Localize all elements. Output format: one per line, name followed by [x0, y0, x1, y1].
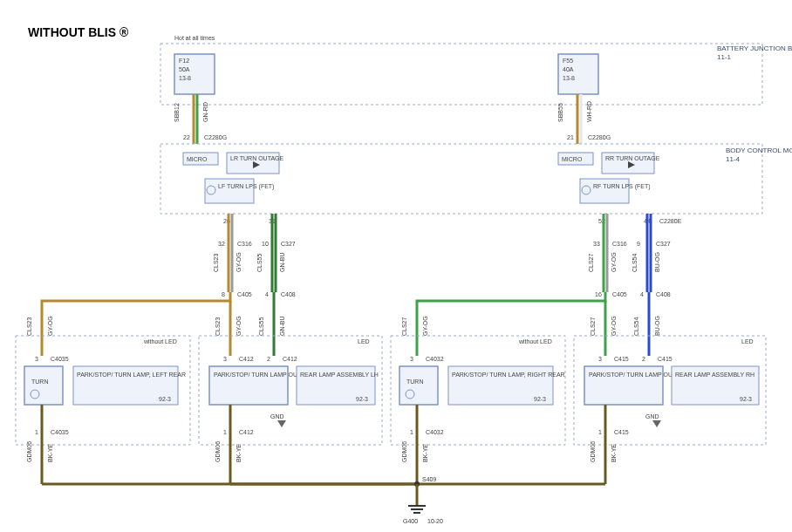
svg-text:CLS23: CLS23: [215, 317, 221, 336]
svg-text:BK-YE: BK-YE: [422, 444, 428, 462]
svg-text:G400: G400: [403, 518, 418, 524]
svg-text:3: 3: [35, 356, 38, 362]
svg-text:3: 3: [598, 356, 602, 362]
svg-text:C316: C316: [237, 241, 252, 247]
svg-text:LED: LED: [358, 338, 370, 344]
svg-text:GY-OG: GY-OG: [236, 252, 242, 272]
svg-text:C2280G: C2280G: [588, 134, 611, 140]
svg-text:C412: C412: [283, 356, 297, 362]
svg-text:C405: C405: [237, 291, 252, 297]
svg-text:10-20: 10-20: [427, 518, 443, 524]
svg-text:GY-OG: GY-OG: [611, 252, 617, 272]
svg-text:BU-OG: BU-OG: [654, 316, 660, 336]
svg-text:C405: C405: [612, 291, 627, 297]
svg-text:without LED: without LED: [143, 338, 177, 344]
lamp-lm: LED 3 C412 2 C412 PARK/STOP/ TURN LAMP O…: [199, 336, 382, 484]
svg-text:REAR LAMP ASSEMBLY LH: REAR LAMP ASSEMBLY LH: [300, 372, 379, 378]
svg-text:4: 4: [640, 291, 644, 297]
svg-text:1: 1: [598, 429, 602, 435]
svg-text:C4035: C4035: [51, 356, 69, 362]
svg-text:C327: C327: [281, 241, 296, 247]
svg-text:1: 1: [410, 429, 413, 435]
svg-text:MICRO: MICRO: [562, 156, 583, 162]
svg-text:92-3: 92-3: [356, 396, 368, 402]
svg-text:16: 16: [595, 291, 602, 297]
svg-text:C4032: C4032: [426, 429, 444, 435]
ground: S409 G400 10-20: [42, 476, 605, 524]
bcm-ref: 11-4: [726, 155, 741, 163]
svg-text:GN-RD: GN-RD: [202, 102, 208, 122]
bjb-ref: 11-1: [717, 53, 732, 61]
fuse-f12-amps: 50A: [179, 66, 190, 72]
wires-right-set: 33 C316 9 C327 CLS27 GY-OG CLS54 BU-OG: [588, 214, 671, 292]
svg-text:MICRO: MICRO: [187, 156, 208, 162]
svg-text:GY-OG: GY-OG: [236, 316, 242, 336]
svg-text:GDM06: GDM06: [26, 441, 32, 462]
svg-text:1: 1: [223, 429, 227, 435]
bjb-outline: [160, 44, 762, 105]
svg-text:GN-BU: GN-BU: [279, 316, 285, 336]
svg-text:10: 10: [262, 241, 269, 247]
svg-text:C412: C412: [239, 429, 254, 435]
wiring-diagram: WITHOUT BLIS ® Hot at all times BATTERY …: [0, 0, 792, 532]
svg-rect-106: [399, 366, 438, 405]
svg-text:GY-OG: GY-OG: [611, 316, 617, 336]
svg-text:1: 1: [35, 429, 38, 435]
svg-text:92-3: 92-3: [740, 396, 752, 402]
svg-text:C408: C408: [281, 291, 296, 297]
svg-text:REAR LAMP ASSEMBLY RH: REAR LAMP ASSEMBLY RH: [675, 372, 754, 378]
svg-text:GN-BU: GN-BU: [279, 252, 285, 272]
bjb-name: BATTERY JUNCTION BOX (BJB): [717, 44, 792, 52]
svg-text:C4035: C4035: [51, 429, 69, 435]
svg-text:C2280E: C2280E: [659, 218, 682, 224]
wires-left-set: 32 C316 10 C327 CLS23 GY-OG CLS55 GN-BU: [213, 214, 296, 292]
svg-text:9: 9: [637, 241, 640, 247]
hot-label: Hot at all times: [174, 35, 215, 41]
svg-text:RF TURN LPS (FET): RF TURN LPS (FET): [593, 183, 651, 190]
svg-text:GY-OG: GY-OG: [422, 316, 428, 336]
svg-text:CLS23: CLS23: [213, 253, 219, 272]
bcm-name: BODY CONTROL MODULE (BCM): [726, 147, 792, 154]
svg-text:CLS27: CLS27: [588, 253, 594, 272]
svg-text:92-3: 92-3: [159, 396, 171, 402]
svg-text:GND: GND: [270, 413, 284, 419]
svg-text:CLS23: CLS23: [26, 317, 32, 336]
svg-text:SBB12: SBB12: [174, 103, 180, 122]
svg-text:LF TURN LPS (FET): LF TURN LPS (FET): [218, 183, 274, 190]
lamp-rl: without LED 3 C4032 TURN PARK/STOP/ TURN…: [391, 336, 565, 484]
svg-text:BK-YE: BK-YE: [611, 444, 617, 462]
svg-text:CLS27: CLS27: [590, 317, 596, 336]
svg-text:C2280G: C2280G: [204, 134, 227, 140]
wire-bjb-right: SBB55 WH-RD 21 C2280G: [557, 94, 611, 144]
drop-labels: CLS23 GY-OG CLS23 GY-OG CLS55 GN-BU CLS2…: [26, 316, 660, 336]
fuse-f55-id: F55: [563, 58, 573, 64]
svg-text:8: 8: [222, 291, 225, 297]
svg-text:22: 22: [183, 134, 190, 140]
svg-text:C412: C412: [239, 356, 254, 362]
svg-text:2: 2: [642, 356, 645, 362]
svg-text:PARK/STOP/ TURN LAMP, LEFT REA: PARK/STOP/ TURN LAMP, LEFT REAR: [77, 372, 186, 378]
svg-text:CLS55: CLS55: [258, 317, 264, 336]
svg-text:CLS54: CLS54: [633, 317, 639, 336]
svg-text:C415: C415: [658, 356, 673, 362]
svg-text:S409: S409: [422, 476, 436, 482]
svg-text:RR TURN OUTAGE: RR TURN OUTAGE: [605, 155, 660, 161]
svg-text:C408: C408: [656, 291, 671, 297]
svg-text:21: 21: [567, 134, 574, 140]
svg-text:TURN: TURN: [406, 379, 423, 385]
svg-text:GY-OG: GY-OG: [47, 316, 53, 336]
lamp-ll: without LED 3 C4035 TURN PARK/STOP/ TURN…: [16, 336, 190, 484]
svg-text:BK-YE: BK-YE: [236, 444, 242, 462]
svg-text:GDM06: GDM06: [401, 441, 407, 462]
fuse-f55-page: 13-8: [563, 75, 575, 81]
svg-text:SBB55: SBB55: [557, 103, 563, 122]
svg-text:C316: C316: [612, 241, 627, 247]
svg-text:3: 3: [410, 356, 413, 362]
svg-marker-129: [652, 420, 661, 427]
svg-text:PARK/STOP/ TURN LAMP, RIGHT RE: PARK/STOP/ TURN LAMP, RIGHT REAR: [452, 372, 565, 378]
svg-text:92-3: 92-3: [534, 396, 546, 402]
svg-text:C415: C415: [614, 356, 629, 362]
svg-text:LR TURN OUTAGE: LR TURN OUTAGE: [230, 155, 284, 161]
svg-text:without LED: without LED: [518, 338, 552, 344]
svg-text:BU-OG: BU-OG: [654, 252, 660, 272]
